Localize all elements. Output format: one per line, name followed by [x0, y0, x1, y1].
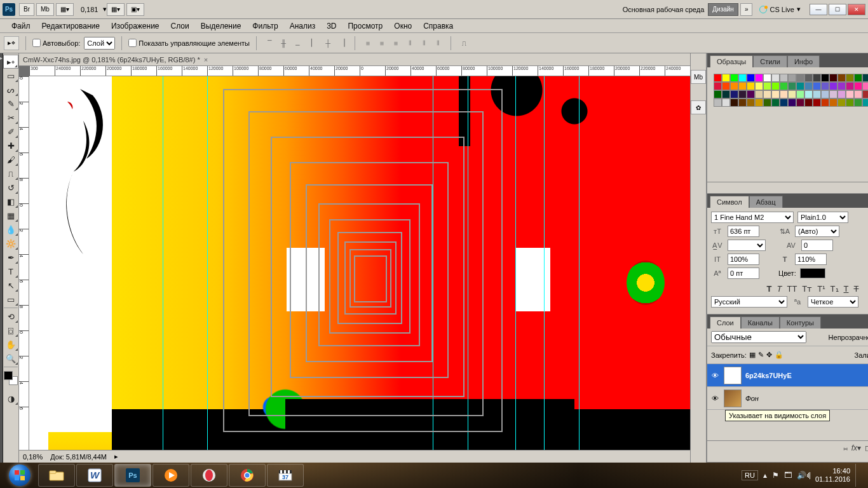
swatch[interactable]: [821, 98, 829, 107]
swatch[interactable]: [804, 74, 813, 82]
minibridge-button[interactable]: Mb: [36, 3, 54, 16]
link-layers-icon[interactable]: ⨝: [843, 444, 848, 452]
swatch[interactable]: [788, 74, 796, 82]
swatch[interactable]: [730, 74, 738, 82]
swatch[interactable]: [829, 90, 837, 98]
swatch[interactable]: [755, 74, 763, 82]
show-hidden-icon[interactable]: ▴: [763, 471, 767, 480]
swatch[interactable]: [796, 82, 804, 90]
lock-pixels-icon[interactable]: ✎: [758, 351, 764, 359]
swatch[interactable]: [846, 74, 854, 82]
swatch[interactable]: [788, 82, 796, 90]
flag-icon[interactable]: ⚑: [772, 471, 779, 480]
taskbar-opera[interactable]: [191, 464, 227, 487]
status-docsize[interactable]: Док: 5,81M/8,44M: [50, 453, 107, 461]
visibility-toggle-icon[interactable]: 👁: [710, 393, 720, 403]
swatch[interactable]: [738, 90, 747, 98]
swatch[interactable]: [763, 82, 771, 90]
swatch[interactable]: [813, 82, 821, 90]
lock-position-icon[interactable]: ✥: [766, 351, 772, 359]
swatch[interactable]: [854, 82, 862, 90]
swatch[interactable]: [747, 90, 755, 98]
lasso-tool[interactable]: ᔕ: [3, 83, 18, 97]
text-color-swatch[interactable]: [800, 268, 825, 278]
taskbar-mediaplayer[interactable]: [153, 464, 189, 487]
move-tool-preset-icon[interactable]: ▸✥: [4, 36, 19, 50]
swatch[interactable]: [780, 82, 788, 90]
history-brush-tool[interactable]: ↺: [3, 180, 18, 194]
swatch[interactable]: [846, 98, 854, 107]
leading-select[interactable]: (Авто): [795, 226, 839, 237]
font-style-select[interactable]: Plain1.0: [797, 212, 848, 223]
align-top-icon[interactable]: ⎺: [263, 37, 276, 49]
tab-layers[interactable]: Слои: [710, 316, 741, 329]
swatch[interactable]: [722, 82, 730, 90]
zoom-tool[interactable]: 🔍: [3, 351, 18, 365]
type-tool[interactable]: T: [3, 264, 18, 278]
status-arrow-icon[interactable]: ▸: [114, 452, 118, 461]
tracking-input[interactable]: [801, 240, 833, 251]
swatch[interactable]: [796, 98, 804, 107]
visibility-toggle-icon[interactable]: 👁: [710, 370, 720, 381]
swatch[interactable]: [738, 74, 747, 82]
menu-view[interactable]: Просмотр: [342, 20, 388, 32]
marquee-tool[interactable]: ▭: [3, 69, 18, 83]
hscale-input[interactable]: [795, 254, 827, 265]
swatch[interactable]: [862, 82, 868, 90]
vscale-input[interactable]: [728, 254, 759, 265]
arrange-documents-button[interactable]: ▦▾: [107, 3, 125, 16]
swatch[interactable]: [771, 90, 780, 98]
ruler-vertical[interactable]: 02468024680246: [19, 76, 29, 450]
swatch[interactable]: [730, 90, 738, 98]
menu-window[interactable]: Окно: [389, 20, 417, 32]
menu-layers[interactable]: Слои: [166, 20, 194, 32]
align-bottom-icon[interactable]: ⎽: [291, 37, 304, 49]
design-workspace-button[interactable]: Дизайн: [708, 3, 738, 16]
move-tool[interactable]: ▸✥: [3, 55, 18, 69]
swatch[interactable]: [771, 82, 780, 90]
subscript-icon[interactable]: T₁: [831, 284, 839, 294]
lock-transparent-icon[interactable]: ▦: [749, 351, 756, 359]
superscript-icon[interactable]: T¹: [817, 284, 825, 294]
swatch[interactable]: [714, 74, 722, 82]
font-size-input[interactable]: [728, 226, 759, 237]
menu-3d[interactable]: 3D: [322, 20, 341, 32]
document-tab[interactable]: CmW-Xxc74hs.jpg @ 0,181% (6p24ks7UHyE, R…: [19, 53, 690, 66]
menu-edit[interactable]: Редактирование: [37, 20, 105, 32]
tab-info[interactable]: Инфо: [787, 55, 820, 67]
tab-styles[interactable]: Стили: [753, 55, 787, 67]
swatch[interactable]: [780, 74, 788, 82]
swatch[interactable]: [862, 98, 868, 107]
swatch[interactable]: [763, 74, 771, 82]
shape-tool[interactable]: ▭: [3, 292, 18, 306]
faux-italic-icon[interactable]: T: [777, 284, 782, 294]
close-tab-icon[interactable]: ×: [204, 56, 208, 64]
swatch[interactable]: [771, 74, 780, 82]
layer-fx-icon[interactable]: fx▾: [851, 444, 861, 452]
language-indicator[interactable]: RU: [742, 470, 758, 480]
font-family-select[interactable]: 1 Fine Hand M2: [711, 212, 794, 223]
swatch[interactable]: [747, 98, 755, 107]
swatch[interactable]: [821, 82, 829, 90]
3d-rotate-tool[interactable]: ⟲: [3, 309, 18, 323]
swatch[interactable]: [804, 98, 813, 107]
swatch[interactable]: [763, 98, 771, 107]
swatch[interactable]: [813, 90, 821, 98]
close-button[interactable]: ✕: [848, 4, 865, 15]
swatch[interactable]: [804, 82, 813, 90]
swatch[interactable]: [813, 74, 821, 82]
menu-filter[interactable]: Фильтр: [247, 20, 283, 32]
swatch[interactable]: [747, 74, 755, 82]
layer-mask-icon[interactable]: ◻: [865, 444, 868, 452]
layer-row[interactable]: 👁 T 6p24ks7UHyE: [707, 364, 868, 387]
kerning-select[interactable]: [728, 240, 766, 251]
3d-camera-tool[interactable]: ⌼: [3, 323, 18, 337]
layer-row[interactable]: 👁 Фон 🔒: [707, 387, 868, 410]
crop-tool[interactable]: ✂: [3, 111, 18, 125]
align-left-icon[interactable]: ▏: [308, 37, 320, 49]
taskbar-chrome[interactable]: [229, 464, 266, 487]
taskbar-explorer[interactable]: [38, 464, 75, 487]
swatch[interactable]: [788, 90, 796, 98]
swatch[interactable]: [829, 74, 837, 82]
smallcaps-icon[interactable]: Tᴛ: [802, 284, 812, 294]
